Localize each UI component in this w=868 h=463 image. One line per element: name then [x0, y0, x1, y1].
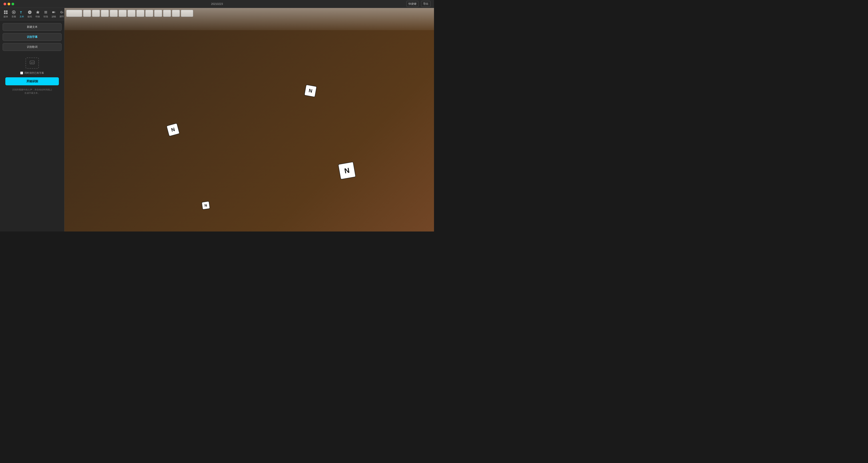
app-container: 20210223 快捷键 导出 媒体 音频 T 文本 [0, 0, 434, 232]
start-recognize-button[interactable]: 开始识别 [5, 77, 59, 85]
toolbar-sticker[interactable]: 贴纸 [26, 9, 34, 19]
export-button[interactable]: 导出 [421, 1, 430, 7]
lyric-detect-button[interactable]: 识别歌词 [3, 43, 62, 51]
toolbar-audio[interactable]: 音频 [10, 9, 18, 19]
left-panel-content: 新建文本 识别字幕 识别歌词 A▼ 同时清空已有字幕 开始识别 [0, 21, 64, 232]
svg-rect-3 [6, 12, 7, 14]
toolbar-transition[interactable]: 转场 [42, 9, 50, 19]
left-panel: 媒体 音频 T 文本 贴纸 特效 [0, 8, 64, 232]
notion-block-8: N [201, 201, 210, 210]
title-bar: 20210223 快捷键 导出 [0, 0, 434, 8]
main-area: 媒体 音频 T 文本 贴纸 特效 [0, 8, 434, 232]
toolbar-media-label: 媒体 [4, 15, 8, 18]
svg-text:A▼: A▼ [31, 62, 34, 64]
toolbar-audio-label: 音频 [11, 15, 16, 18]
traffic-lights [4, 3, 14, 5]
top-section: N N N N N N N N N N [64, 8, 434, 232]
svg-point-6 [54, 11, 55, 13]
toolbar-filter[interactable]: 滤镜 [50, 9, 58, 19]
notion-block-center: N [338, 161, 356, 180]
toolbar-effect-label: 特效 [35, 15, 40, 18]
toolbar-text-label: 文本 [20, 15, 24, 18]
svg-rect-2 [4, 12, 5, 14]
clear-subtitles-row: 同时清空已有字幕 [20, 71, 44, 75]
clear-subtitles-checkbox[interactable] [20, 71, 23, 74]
video-container: N N N N N N N N N N [64, 8, 434, 232]
main-toolbar: 媒体 音频 T 文本 贴纸 特效 [0, 8, 64, 21]
toolbar-effect[interactable]: 特效 [34, 9, 42, 19]
center-right-area: N N N N N N N N N N [64, 8, 434, 232]
clear-subtitles-label: 同时清空已有字幕 [25, 71, 44, 75]
notion-block-2: N [304, 85, 317, 97]
shortcut-button[interactable]: 快捷键 [406, 1, 418, 7]
video-panel: N N N N N N N N N N [64, 8, 434, 232]
close-button[interactable] [4, 3, 6, 5]
svg-rect-1 [6, 10, 7, 12]
window-title: 20210223 [211, 2, 223, 5]
toolbar-sticker-label: 贴纸 [28, 15, 32, 18]
svg-text:T: T [20, 11, 22, 14]
toolbar-transition-label: 转场 [43, 15, 48, 18]
recognize-area: A▼ 同时清空已有字幕 开始识别 识别到视频中的人声，并自动在时间线上生成字幕文… [3, 53, 62, 232]
title-right-actions: 快捷键 导出 [406, 1, 430, 7]
toolbar-text[interactable]: T 文本 [18, 9, 26, 19]
new-text-button[interactable]: 新建文本 [3, 23, 62, 31]
toolbar-media[interactable]: 媒体 [2, 9, 10, 19]
recognize-hint: 识别到视频中的人声，并自动在时间线上生成字幕文本。 [12, 88, 52, 95]
notion-block-1: N [166, 123, 180, 136]
subtitle-detect-button[interactable]: 识别字幕 [3, 33, 62, 41]
notion-blocks-area: N N N N N N N N N N [64, 8, 434, 232]
video-placeholder: N N N N N N N N N N [64, 8, 434, 232]
toolbar-filter-label: 滤镜 [52, 15, 56, 18]
maximize-button[interactable] [11, 3, 14, 5]
recognize-icon: A▼ [26, 58, 39, 69]
svg-rect-0 [4, 10, 5, 12]
toolbar-adjust-label: 调节 [60, 15, 64, 18]
minimize-button[interactable] [7, 3, 10, 5]
